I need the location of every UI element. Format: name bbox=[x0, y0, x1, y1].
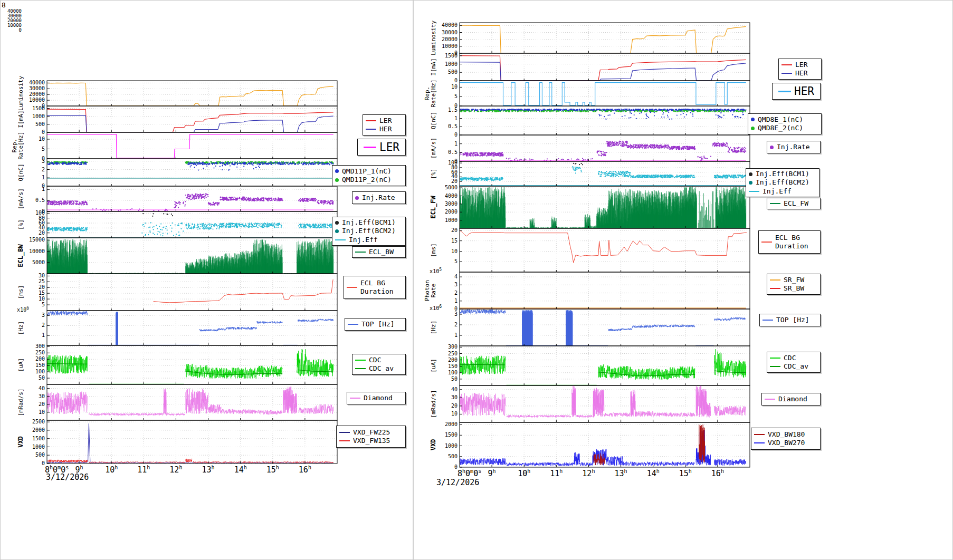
legend-marker-line bbox=[754, 434, 765, 435]
y-axis-title: Rate bbox=[430, 284, 437, 298]
series-scatter bbox=[599, 111, 693, 119]
legend-rep-ler: LER bbox=[357, 139, 406, 156]
series-noisy-trace bbox=[186, 459, 192, 462]
series-layer bbox=[460, 308, 746, 309]
axis-scale-note: x105 bbox=[430, 267, 442, 274]
legend-marker-dot bbox=[335, 229, 339, 233]
series-filled-noise bbox=[585, 214, 590, 228]
series-noisy-trace bbox=[199, 330, 218, 332]
y-tick-label: 15 bbox=[451, 238, 458, 244]
legend-item-label: VXD_FW225 bbox=[353, 428, 390, 437]
x-tick-label: 12h bbox=[169, 465, 182, 475]
legend-item: VXD_FW225 bbox=[339, 428, 403, 437]
y-tick-label: 300 bbox=[448, 344, 458, 350]
series-noisy-trace bbox=[195, 365, 208, 378]
x-tick-label: 16h bbox=[299, 465, 311, 475]
legend-item-label: ECL BGDuration bbox=[360, 279, 394, 296]
series-noisy-trace bbox=[299, 408, 315, 414]
y-tick-label: 1000 bbox=[445, 61, 458, 67]
legend-cdc-left: CDCCDC_av bbox=[352, 354, 406, 375]
subplot-photon-rate: 43210PhotonRatex105 bbox=[424, 267, 750, 312]
series-noisy-trace bbox=[208, 368, 257, 379]
legend-item-label: ECL_BW bbox=[369, 248, 394, 256]
series-layer bbox=[460, 109, 746, 119]
y-tick-label: 1 bbox=[454, 332, 458, 338]
y-tick-label: 4 bbox=[454, 274, 458, 279]
y-tick-label: 30 bbox=[39, 393, 45, 399]
y-tick-label: 20000 bbox=[29, 91, 45, 97]
legend-item: Diamond bbox=[765, 395, 817, 403]
legend-ler-her-left: LERHER bbox=[363, 114, 406, 136]
series-filled-noise bbox=[608, 189, 632, 228]
legend-marker-line bbox=[366, 120, 376, 121]
x-tick-label: 11h bbox=[550, 468, 563, 478]
subplot-current: 150010005000I[mA] bbox=[17, 105, 337, 136]
legend-marker-dot bbox=[770, 146, 774, 149]
series-noisy-trace bbox=[608, 329, 621, 331]
series-noisy-trace bbox=[714, 318, 731, 321]
series-scatter bbox=[460, 110, 745, 112]
series-noisy-trace bbox=[608, 366, 632, 379]
legend-item: Inj.Eff(BCM1) bbox=[335, 218, 403, 227]
legend-cdc-right: CDCCDC_av bbox=[767, 352, 821, 373]
legend-item: VXD_FW135 bbox=[339, 437, 403, 445]
series-noisy-trace bbox=[166, 413, 185, 416]
legend-item: QMD11P_2(nC) bbox=[335, 176, 403, 184]
legend-item: HER bbox=[775, 84, 817, 98]
legend-item-label: QMD11P_1(nC) bbox=[342, 167, 392, 176]
series-filled-noise bbox=[224, 253, 241, 274]
series-noisy-trace bbox=[653, 412, 695, 417]
series-filled-noise bbox=[297, 241, 318, 274]
series-scatter bbox=[299, 198, 316, 201]
series-line bbox=[460, 25, 746, 53]
panel-right: 400003000020000100000Luminosity150010005… bbox=[424, 21, 750, 478]
legend-marker-line bbox=[770, 288, 780, 289]
y-tick-label: 10 bbox=[39, 136, 45, 142]
series-layer bbox=[47, 194, 333, 211]
series-noisy-trace bbox=[707, 402, 711, 417]
subplot-cdc-current: 30025020015010050[uA] bbox=[17, 343, 337, 384]
series-scatter bbox=[245, 198, 282, 201]
legend-item-label: QMD11P_2(nC) bbox=[342, 176, 392, 184]
y-tick-label: 500 bbox=[448, 69, 458, 75]
series-scatter bbox=[728, 147, 746, 152]
series-noisy-trace bbox=[256, 365, 282, 377]
y-tick-label: 0.5 bbox=[448, 123, 458, 129]
legend-item: QMD8E_1(nC) bbox=[751, 115, 818, 124]
y-tick-label: 40 bbox=[39, 385, 45, 391]
series-filled-noise bbox=[566, 310, 573, 346]
series-noisy-trace bbox=[221, 409, 256, 414]
subplot-diamond: 40302010[mRad/s] bbox=[17, 384, 337, 420]
series-noisy-trace bbox=[298, 320, 318, 322]
legend-item-label: QMD8E_2(nC) bbox=[758, 124, 803, 132]
series-line bbox=[47, 109, 333, 132]
legend-item: CDC bbox=[355, 356, 403, 364]
y-axis-title: Q[nC] bbox=[17, 163, 24, 181]
legend-inj-eff-right: Inj.Eff(BCM1)Inj.Eff(BCM2)Inj.Eff bbox=[746, 168, 819, 197]
legend-marker-dot bbox=[749, 172, 752, 176]
legend-item: LER bbox=[360, 140, 403, 154]
y-tick-label: 3 bbox=[42, 158, 45, 164]
series-noisy-trace bbox=[507, 415, 571, 418]
y-axis-title: Luminosity bbox=[17, 76, 24, 111]
legend-diamond-right: Diamond bbox=[761, 393, 821, 405]
y-tick-label: 2 bbox=[42, 167, 45, 172]
y-axis-title: [mRad/s] bbox=[17, 389, 24, 417]
y-tick-label: 20 bbox=[451, 227, 458, 233]
y-tick-label: 5 bbox=[454, 258, 458, 264]
y-tick-label: 1 bbox=[454, 115, 458, 121]
x-tick-label: 15h bbox=[266, 465, 279, 475]
series-noisy-trace bbox=[186, 364, 195, 377]
series-scatter bbox=[208, 202, 219, 205]
legend-ecl-bg-left: ECL BGDuration bbox=[344, 276, 406, 299]
plot-frame bbox=[47, 420, 337, 464]
series-noisy-trace bbox=[623, 462, 695, 466]
legend-item: TOP [Hz] bbox=[348, 320, 403, 329]
legend-item: QMD11P_1(nC) bbox=[335, 167, 403, 176]
y-tick-label: 200 bbox=[448, 357, 458, 363]
plot-frame bbox=[460, 53, 750, 81]
y-tick-label: 0 bbox=[454, 78, 458, 83]
y-tick-label: 1 bbox=[42, 332, 45, 338]
legend-marker-line bbox=[770, 279, 780, 281]
y-tick-label: 1.5 bbox=[448, 107, 458, 113]
